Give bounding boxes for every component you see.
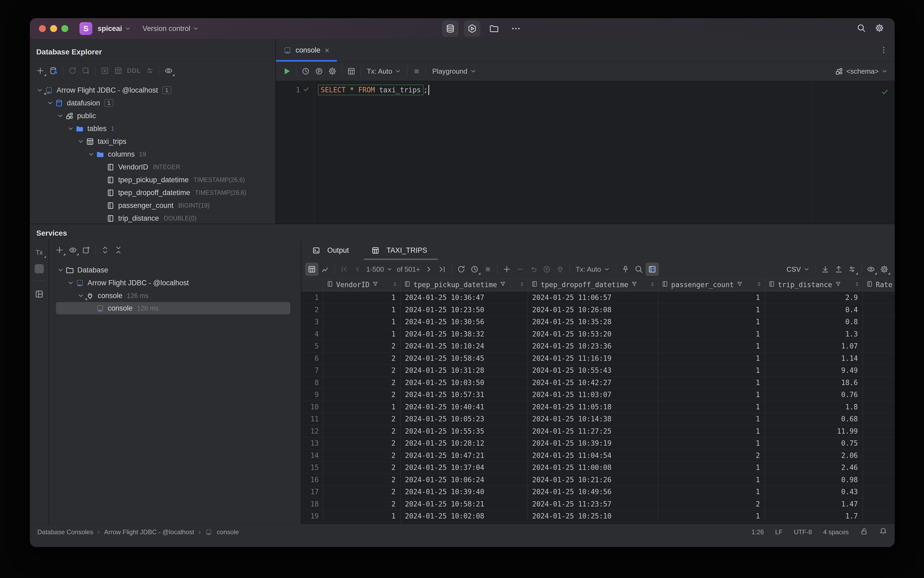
- cell-tpep-dropoff-datetime[interactable]: 2024-01-25 10:39:19: [528, 437, 658, 450]
- cell-rate[interactable]: [863, 401, 895, 413]
- add-row-icon[interactable]: [500, 263, 514, 276]
- minimize-icon[interactable]: [50, 25, 57, 32]
- tree-item-tables[interactable]: tables1: [30, 122, 275, 135]
- chevron-down-icon[interactable]: [35, 87, 44, 94]
- service-item-database[interactable]: Database: [49, 264, 301, 276]
- cell-tpep-pickup-datetime[interactable]: 2024-01-25 10:40:41: [400, 401, 528, 413]
- parameters-icon[interactable]: [312, 65, 326, 78]
- service-item-console[interactable]: console126 ms: [49, 289, 301, 302]
- download-icon[interactable]: [819, 263, 832, 276]
- code-editor[interactable]: 1 SELECT * FROM taxi_trips ;: [276, 81, 895, 224]
- cell-trip-distance[interactable]: 1.47: [765, 498, 863, 510]
- cell-trip-distance[interactable]: 0.4: [765, 304, 863, 316]
- cell-tpep-dropoff-datetime[interactable]: 2024-01-25 10:26:08: [528, 304, 658, 316]
- cell-passenger-count[interactable]: 1: [658, 474, 765, 486]
- cell-vendorid[interactable]: 2: [323, 462, 400, 474]
- tree-item-tpep-dropoff-datetime[interactable]: tpep_dropoff_datetimeTIMESTAMP(26,6): [30, 186, 275, 199]
- cell-trip-distance[interactable]: 2.06: [765, 450, 863, 462]
- cell-rate[interactable]: [863, 413, 895, 425]
- history-clock-icon[interactable]: [299, 65, 312, 78]
- open-each-in-new-tab-icon[interactable]: [79, 244, 93, 257]
- cell-vendorid[interactable]: 2: [323, 498, 400, 510]
- cell-rate[interactable]: [863, 462, 895, 474]
- cell-tpep-dropoff-datetime[interactable]: 2024-01-25 10:53:20: [528, 328, 658, 341]
- table-row[interactable]: 1722024-01-25 10:39:402024-01-25 10:49:5…: [302, 486, 895, 498]
- cell-rate[interactable]: [863, 474, 895, 486]
- cell-tpep-pickup-datetime[interactable]: 2024-01-25 10:38:32: [400, 328, 528, 341]
- cell-vendorid[interactable]: 2: [323, 340, 400, 352]
- close-icon[interactable]: [39, 25, 46, 32]
- cell-tpep-dropoff-datetime[interactable]: 2024-01-25 10:55:43: [528, 365, 658, 377]
- cell-rate[interactable]: [863, 450, 895, 462]
- upload-arrow-icon[interactable]: [553, 263, 567, 276]
- stop-icon[interactable]: [481, 263, 494, 276]
- collapse-all-icon[interactable]: [112, 244, 125, 257]
- refresh-icon[interactable]: [66, 64, 79, 77]
- cell-passenger-count[interactable]: 1: [658, 365, 765, 377]
- cell-trip-distance[interactable]: 1.7: [765, 510, 863, 523]
- tree-item-vendorid[interactable]: VendorIDINTEGER: [30, 161, 275, 174]
- more-actions-button[interactable]: [507, 20, 524, 37]
- cell-vendorid[interactable]: 2: [323, 413, 400, 425]
- cell-rate[interactable]: [863, 510, 895, 523]
- table-row[interactable]: 622024-01-25 10:58:452024-01-25 11:16:19…: [302, 352, 895, 365]
- open-table-icon[interactable]: [112, 64, 125, 77]
- table-row[interactable]: 1522024-01-25 10:37:042024-01-25 11:00:0…: [302, 462, 895, 474]
- revert-icon[interactable]: [527, 263, 540, 276]
- cell-passenger-count[interactable]: 1: [658, 437, 765, 450]
- jump-to-icon[interactable]: [143, 64, 156, 77]
- cell-vendorid[interactable]: 2: [323, 425, 400, 438]
- view-options-eye-icon[interactable]: [864, 263, 878, 276]
- chevron-down-icon[interactable]: [87, 151, 96, 158]
- cell-trip-distance[interactable]: 0.8: [765, 316, 863, 328]
- indent-style[interactable]: 4 spaces: [823, 528, 849, 536]
- table-row[interactable]: 1822024-01-25 10:58:212024-01-25 11:23:5…: [302, 498, 895, 510]
- cell-passenger-count[interactable]: 1: [658, 352, 765, 365]
- cell-passenger-count[interactable]: 1: [658, 486, 765, 498]
- sort-icon[interactable]: [519, 281, 525, 289]
- cell-passenger-count[interactable]: 1: [658, 401, 765, 413]
- tree-item-trip-distance[interactable]: trip_distanceDOUBLE(0): [30, 212, 275, 224]
- schema-select[interactable]: <schema>: [832, 67, 891, 76]
- grid-view-button[interactable]: [305, 263, 318, 276]
- tx-mode-select[interactable]: Tx: Auto: [363, 67, 404, 76]
- stop-icon[interactable]: [35, 264, 44, 273]
- filter-funnel-icon[interactable]: [372, 281, 379, 289]
- cell-vendorid[interactable]: 2: [323, 389, 400, 401]
- search-icon[interactable]: [857, 23, 866, 34]
- table-row[interactable]: 1622024-01-25 10:06:242024-01-25 10:21:2…: [302, 474, 895, 486]
- submit-icon[interactable]: [540, 263, 553, 276]
- chevron-down-icon[interactable]: [76, 138, 85, 145]
- hexagon-play-button[interactable]: [464, 20, 480, 37]
- tx-filter-button[interactable]: Tx: [35, 248, 44, 257]
- cell-passenger-count[interactable]: 1: [658, 377, 765, 389]
- cell-rate[interactable]: [863, 328, 895, 341]
- chevron-down-icon[interactable]: [66, 279, 75, 286]
- table-row[interactable]: 1422024-01-25 10:47:212024-01-25 11:04:5…: [302, 450, 895, 462]
- cell-passenger-count[interactable]: 1: [658, 510, 765, 523]
- cell-vendorid[interactable]: 2: [323, 474, 400, 486]
- cell-rate[interactable]: [863, 365, 895, 377]
- add-datasource-button[interactable]: [34, 64, 47, 77]
- cell-passenger-count[interactable]: 1: [658, 340, 765, 352]
- sort-icon[interactable]: [392, 281, 398, 289]
- export-format-select[interactable]: CSV: [783, 265, 813, 274]
- cell-passenger-count[interactable]: 2: [658, 498, 765, 510]
- cell-vendorid[interactable]: 1: [323, 328, 400, 341]
- cell-tpep-dropoff-datetime[interactable]: 2024-01-25 10:35:28: [528, 316, 658, 328]
- settings-gear-icon[interactable]: [875, 23, 884, 34]
- cell-passenger-count[interactable]: 1: [658, 413, 765, 425]
- cell-rate[interactable]: [863, 304, 895, 316]
- cell-tpep-pickup-datetime[interactable]: 2024-01-25 10:23:50: [400, 304, 528, 316]
- line-separator[interactable]: LF: [775, 528, 783, 536]
- service-item-arrow-flight-jdbc-localhost[interactable]: Arrow Flight JDBC - @localhost: [49, 276, 301, 289]
- chevron-down-icon[interactable]: [56, 112, 65, 119]
- column-header-tpep-dropoff-datetime[interactable]: tpep_dropoff_datetime: [528, 279, 658, 291]
- project-folder-button[interactable]: [486, 20, 502, 37]
- cell-trip-distance[interactable]: 0.98: [765, 474, 863, 486]
- cell-trip-distance[interactable]: 0.43: [765, 486, 863, 498]
- cell-tpep-dropoff-datetime[interactable]: 2024-01-25 11:00:08: [528, 462, 658, 474]
- database-tool-button[interactable]: [442, 20, 459, 37]
- cell-tpep-dropoff-datetime[interactable]: 2024-01-25 11:23:57: [528, 498, 658, 510]
- cell-tpep-pickup-datetime[interactable]: 2024-01-25 10:02:08: [400, 510, 528, 523]
